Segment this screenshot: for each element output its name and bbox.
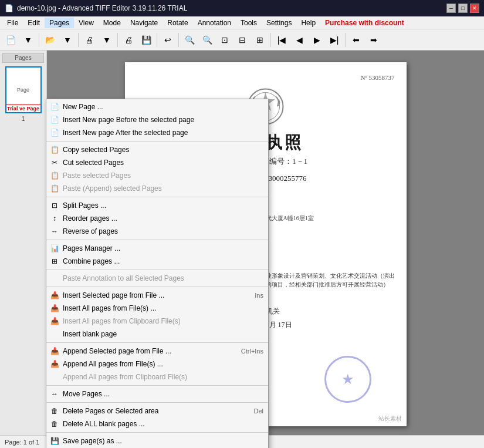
status-page-info: Page: 1 of 1 — [5, 439, 39, 446]
delete-shortcut: Del — [253, 407, 263, 415]
menu-navigate[interactable]: Navigate — [126, 18, 163, 28]
print-button[interactable]: 🖨 — [120, 32, 137, 48]
append-clipboard-icon — [50, 372, 59, 382]
menu-item-new-page[interactable]: 📄 New Page ... — [46, 100, 268, 113]
menu-pages[interactable]: Pages — [45, 18, 74, 28]
pages-dropdown-menu: 📄 New Page ... 📄 Insert New page Before … — [46, 99, 269, 448]
undo-button[interactable]: ↩ — [160, 32, 176, 48]
menu-item-reverse[interactable]: ↔ Reverse of pages — [46, 225, 268, 238]
append-shortcut: Ctrl+Ins — [241, 348, 263, 355]
menu-item-insert-clipboard: 📥 Insert All pages from Clipboard File(s… — [46, 315, 268, 328]
menu-item-insert-before-label: Insert New page Before the selected page — [63, 116, 263, 124]
menu-item-move-pages[interactable]: ↔ Move Pages ... — [46, 388, 268, 400]
fit-button[interactable]: ⊡ — [216, 32, 233, 48]
menu-item-append-selected-label: Append Selected page from File ... — [63, 347, 241, 355]
title-bar: 📄 demo-10.jpg - Advanced TIFF Editor 3.1… — [0, 0, 484, 16]
paste-annotation-icon — [50, 274, 59, 283]
menu-item-paste-pages: 📋 Paste selected Pages — [46, 169, 268, 182]
menu-settings[interactable]: Settings — [262, 18, 296, 28]
scan-button[interactable]: 🖨 — [81, 32, 97, 48]
menu-item-delete-pages[interactable]: 🗑 Delete Pages or Selected area Del — [46, 405, 268, 417]
menu-purchase[interactable]: Purchase with discount — [320, 18, 409, 28]
move-pages-icon: ↔ — [50, 389, 59, 399]
paste-append-icon: 📋 — [50, 184, 59, 193]
insert-before-icon: 📄 — [50, 115, 59, 124]
menu-bar: File Edit Pages View Mode Navigate Rotat… — [0, 16, 484, 29]
delete-blank-icon: 🗑 — [50, 419, 59, 429]
menu-item-insert-selected-file[interactable]: 📥 Insert Selected page from File ... Ins — [46, 289, 268, 302]
separator-7 — [46, 385, 268, 386]
minimize-button[interactable]: ─ — [446, 4, 456, 13]
menu-item-paste-annotation: Paste Annotation to all Selected Pages — [46, 272, 268, 285]
separator-6 — [46, 342, 268, 343]
insert-after-icon: 📄 — [50, 128, 59, 137]
toolbar-separator-1 — [39, 33, 39, 47]
zoom-in-button[interactable]: 🔍 — [199, 32, 215, 48]
toolbar-dropdown-2[interactable]: ▼ — [59, 32, 76, 48]
watermark: 站长素材 — [378, 415, 402, 423]
page-number-label: 1 — [22, 116, 25, 122]
toolbar-separator-3 — [117, 33, 118, 47]
menu-item-delete-blank[interactable]: 🗑 Delete ALL blank pages ... — [46, 417, 268, 430]
separator-1 — [46, 141, 268, 142]
first-page-button[interactable]: |◀ — [273, 32, 290, 48]
menu-item-combine[interactable]: ⊞ Combine pages ... — [46, 255, 268, 268]
menu-item-append-selected[interactable]: 📥 Append Selected page from File ... Ctr… — [46, 345, 268, 358]
save-button[interactable]: 💾 — [138, 32, 154, 48]
toolbar-dropdown[interactable]: ▼ — [20, 32, 36, 48]
reverse-icon: ↔ — [50, 227, 59, 236]
menu-tools[interactable]: Tools — [236, 18, 262, 28]
menu-view[interactable]: View — [74, 18, 99, 28]
menu-annotation[interactable]: Annotation — [193, 18, 236, 28]
zoom-out-button[interactable]: 🔍 — [181, 32, 198, 48]
menu-item-append-all-label: Append All pages from File(s) ... — [63, 360, 263, 368]
menu-item-split[interactable]: ⊡ Split Pages ... — [46, 199, 268, 212]
copy-icon: 📋 — [50, 145, 59, 154]
reorder-icon: ↕ — [50, 214, 59, 223]
separator-3 — [46, 240, 268, 240]
new-file-button[interactable]: 📄 — [2, 32, 19, 48]
menu-item-new-page-label: New Page ... — [63, 103, 263, 111]
insert-clipboard-icon: 📥 — [50, 316, 59, 326]
menu-rotate[interactable]: Rotate — [163, 18, 192, 28]
menu-item-reverse-label: Reverse of pages — [63, 227, 263, 235]
menu-item-reorder[interactable]: ↕ Reorder pages ... — [46, 212, 268, 225]
toolbar-dropdown-3[interactable]: ▼ — [99, 32, 115, 48]
back-button[interactable]: ⬅ — [348, 32, 364, 48]
menu-file[interactable]: File — [2, 18, 23, 28]
menu-item-append-clipboard-label: Append All pages from Clipboard File(s) — [63, 373, 263, 381]
menu-item-move-pages-label: Move Pages ... — [63, 390, 263, 398]
menu-item-delete-pages-label: Delete Pages or Selected area — [63, 407, 253, 415]
menu-help[interactable]: Help — [296, 18, 320, 28]
app-icon: 📄 — [5, 4, 13, 12]
menu-item-insert-before[interactable]: 📄 Insert New page Before the selected pa… — [46, 113, 268, 126]
toolbar: 📄 ▼ 📂 ▼ 🖨 ▼ 🖨 💾 ↩ 🔍 🔍 ⊡ ⊟ ⊞ |◀ ◀ ▶ ▶| ⬅ … — [0, 29, 484, 50]
fit-width-button[interactable]: ⊟ — [234, 32, 251, 48]
menu-item-cut-pages[interactable]: ✂ Cut selected Pages — [46, 156, 268, 169]
menu-mode[interactable]: Mode — [99, 18, 126, 28]
last-page-button[interactable]: ▶| — [326, 32, 343, 48]
sidebar-tab-pages[interactable]: Pages — [2, 53, 44, 63]
fit-height-button[interactable]: ⊞ — [252, 32, 268, 48]
maximize-button[interactable]: □ — [458, 4, 468, 13]
page-thumbnail-1[interactable]: Page Trial ve Page — [5, 66, 42, 113]
menu-item-insert-blank[interactable]: Insert blank page — [46, 328, 268, 341]
menu-item-copy-pages[interactable]: 📋 Copy selected Pages — [46, 143, 268, 156]
open-button[interactable]: 📂 — [42, 32, 58, 48]
menu-item-insert-after[interactable]: 📄 Insert New page After the selected pag… — [46, 126, 268, 139]
menu-item-manager[interactable]: 📊 Pages Manager ... — [46, 242, 268, 255]
menu-edit[interactable]: Edit — [23, 18, 45, 28]
menu-item-paste-append: 📋 Paste (Append) selected Pages — [46, 182, 268, 195]
menu-item-insert-all-file[interactable]: 📥 Insert All pages from File(s) ... — [46, 302, 268, 315]
paste-icon: 📋 — [50, 171, 59, 180]
next-page-button[interactable]: ▶ — [309, 32, 325, 48]
split-icon: ⊡ — [50, 201, 59, 210]
menu-item-paste-append-label: Paste (Append) selected Pages — [63, 184, 263, 193]
forward-button[interactable]: ➡ — [365, 32, 382, 48]
menu-item-append-all[interactable]: 📥 Append All pages from File(s) ... — [46, 358, 268, 370]
prev-page-button[interactable]: ◀ — [291, 32, 307, 48]
close-button[interactable]: ✕ — [470, 4, 479, 13]
menu-item-copy-label: Copy selected Pages — [63, 146, 263, 154]
menu-item-save-pages[interactable]: 💾 Save page(s) as ... — [46, 434, 268, 447]
menu-item-cut-label: Cut selected Pages — [63, 159, 263, 167]
